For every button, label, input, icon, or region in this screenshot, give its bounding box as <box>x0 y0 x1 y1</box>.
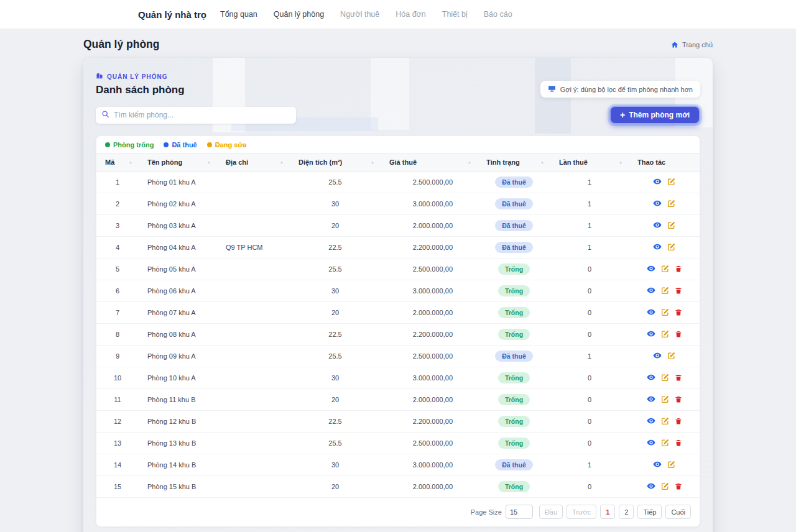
edit-button[interactable] <box>667 243 675 251</box>
delete-button[interactable] <box>675 439 682 447</box>
nav-item-bao-cao[interactable]: Báo cáo <box>484 10 512 19</box>
sort-arrow-icon[interactable]: ▲ <box>280 160 284 164</box>
status-badge: Trống <box>498 438 530 449</box>
delete-button[interactable] <box>675 287 682 295</box>
delete-button[interactable] <box>675 308 682 316</box>
column-header-dien-tich[interactable]: Diện tích (m²)▲ <box>290 154 381 172</box>
edit-icon <box>661 308 669 316</box>
search-input[interactable] <box>114 111 290 119</box>
cell-id: 2 <box>96 193 139 215</box>
cell-price: 3.000.000,00 <box>381 280 478 302</box>
column-header-gia-thue[interactable]: Giá thuê▲ <box>381 154 478 172</box>
view-button[interactable] <box>653 351 662 360</box>
cell-price: 2.200.000,00 <box>381 324 478 346</box>
action-icons <box>647 286 682 295</box>
edit-button[interactable] <box>667 178 675 186</box>
sort-arrow-icon[interactable]: ▲ <box>129 160 132 164</box>
sort-arrow-icon[interactable]: ▲ <box>619 160 622 164</box>
edit-icon <box>667 352 675 360</box>
cell-area: 25.5 <box>290 433 381 454</box>
action-icons <box>647 482 682 490</box>
cell-rent-count: 1 <box>550 215 629 237</box>
edit-button[interactable] <box>661 330 669 338</box>
eye-icon <box>653 199 662 208</box>
edit-icon <box>661 395 669 403</box>
view-button[interactable] <box>647 264 655 273</box>
delete-button[interactable] <box>675 395 682 403</box>
breadcrumb[interactable]: Trang chủ <box>671 41 713 48</box>
cell-address: Q9 TP HCM <box>217 237 290 259</box>
nav-item-hoa-don[interactable]: Hóa đơn <box>396 10 426 19</box>
cell-price: 3.000.000,00 <box>381 367 478 389</box>
action-icons <box>647 329 682 338</box>
column-header-ma[interactable]: Mã▲ <box>96 154 139 172</box>
edit-button[interactable] <box>661 417 669 425</box>
nav-item-quan-ly-phong[interactable]: Quản lý phòng <box>274 10 324 19</box>
edit-button[interactable] <box>661 308 669 316</box>
delete-button[interactable] <box>675 374 682 382</box>
column-header-tinh-trang[interactable]: Tình trạng▲ <box>478 154 550 172</box>
hint-pill: Gợi ý: dùng bộ lọc để tìm phòng nhanh hơ… <box>540 81 700 98</box>
edit-button[interactable] <box>661 374 669 382</box>
cell-room-name: Phòng 02 khu A <box>139 193 217 215</box>
cell-actions <box>629 324 700 346</box>
column-header-dia-chi[interactable]: Địa chỉ▲ <box>217 154 290 172</box>
trash-icon <box>675 308 682 316</box>
edit-button[interactable] <box>661 265 669 273</box>
view-button[interactable] <box>647 286 655 295</box>
cell-rent-count: 0 <box>550 389 629 411</box>
view-button[interactable] <box>653 242 662 251</box>
view-button[interactable] <box>647 416 655 425</box>
monitor-icon <box>548 85 556 94</box>
sort-arrow-icon[interactable]: ▲ <box>207 160 211 164</box>
pager-button-page-2[interactable]: 2 <box>619 505 634 519</box>
nav-item-nguoi-thue[interactable]: Người thuê <box>340 10 379 19</box>
nav-item-thiet-bi[interactable]: Thiết bị <box>442 10 468 19</box>
pager-button-page-1[interactable]: 1 <box>600 505 615 519</box>
pager-button-next[interactable]: Tiếp <box>637 505 662 519</box>
sort-arrow-icon[interactable]: ▲ <box>540 160 544 164</box>
view-button[interactable] <box>653 460 662 469</box>
cell-price: 3.000.000,00 <box>381 193 478 215</box>
view-button[interactable] <box>653 221 662 229</box>
pager-button-last[interactable]: Cuối <box>665 505 691 519</box>
view-button[interactable] <box>653 177 662 186</box>
view-button[interactable] <box>647 373 655 382</box>
cell-id: 9 <box>96 346 139 367</box>
edit-button[interactable] <box>661 482 669 490</box>
sort-arrow-icon[interactable]: ▲ <box>468 160 471 164</box>
status-badge: Trống <box>498 264 530 275</box>
view-button[interactable] <box>647 329 655 338</box>
edit-button[interactable] <box>661 439 669 447</box>
column-header-lan-thue[interactable]: Lần thuê▲ <box>550 154 629 172</box>
cell-room-name: Phòng 10 khu A <box>139 367 217 389</box>
eye-icon <box>647 286 655 295</box>
delete-button[interactable] <box>675 265 682 273</box>
delete-button[interactable] <box>675 482 682 490</box>
sort-arrow-icon[interactable]: ▲ <box>371 160 374 164</box>
column-header-ten-phong[interactable]: Tên phòng▲ <box>139 154 217 172</box>
cell-status: Đã thuê <box>478 215 550 237</box>
nav-item-tong-quan[interactable]: Tổng quan <box>220 10 257 19</box>
add-room-button[interactable]: + Thêm phòng mới <box>609 106 700 124</box>
edit-button[interactable] <box>667 221 675 229</box>
edit-button[interactable] <box>661 395 669 403</box>
page-size-input[interactable] <box>506 505 533 519</box>
view-button[interactable] <box>653 199 662 208</box>
action-icons <box>653 221 675 229</box>
view-button[interactable] <box>647 395 655 403</box>
edit-button[interactable] <box>667 200 675 208</box>
delete-button[interactable] <box>675 330 682 338</box>
view-button[interactable] <box>647 308 655 316</box>
cell-room-name: Phòng 09 khu A <box>139 346 217 367</box>
cell-price: 2.000.000,00 <box>381 476 478 498</box>
view-button[interactable] <box>647 482 655 490</box>
edit-button[interactable] <box>667 352 675 360</box>
app-brand[interactable]: Quản lý nhà trọ <box>138 9 206 20</box>
room-table: Mã▲Tên phòng▲Địa chỉ▲Diện tích (m²)▲Giá … <box>96 153 700 497</box>
delete-button[interactable] <box>675 417 682 425</box>
edit-button[interactable] <box>661 287 669 295</box>
cell-status: Trống <box>478 367 550 389</box>
edit-button[interactable] <box>667 461 675 469</box>
view-button[interactable] <box>647 438 655 447</box>
